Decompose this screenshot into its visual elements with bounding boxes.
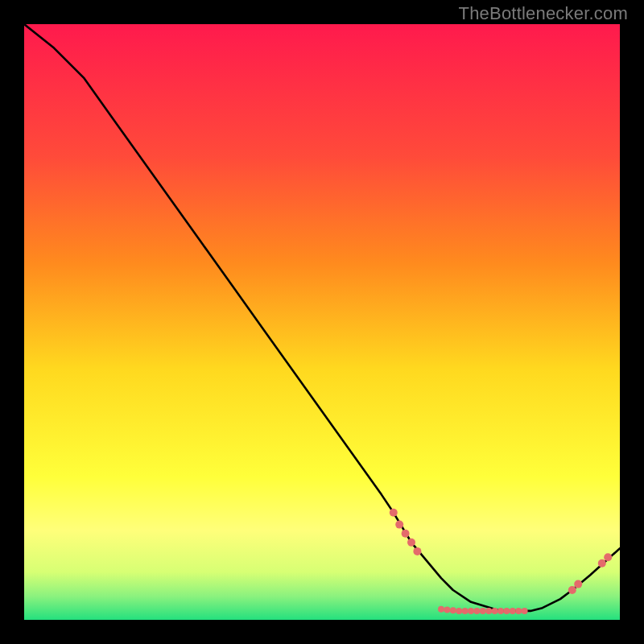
- svg-point-16: [497, 608, 504, 614]
- svg-point-10: [462, 608, 469, 614]
- svg-point-19: [515, 608, 522, 614]
- svg-rect-0: [24, 24, 620, 620]
- svg-point-8: [450, 607, 456, 613]
- svg-point-5: [413, 547, 421, 555]
- svg-point-24: [604, 553, 612, 561]
- svg-point-12: [473, 608, 480, 614]
- svg-point-9: [456, 608, 462, 614]
- svg-point-6: [438, 606, 444, 613]
- chart-frame: TheBottlenecker.com: [0, 0, 644, 644]
- svg-point-7: [444, 606, 450, 613]
- svg-point-13: [480, 608, 486, 614]
- svg-point-1: [390, 509, 398, 517]
- svg-point-14: [485, 608, 492, 614]
- svg-point-3: [402, 530, 410, 538]
- plot-area: [24, 24, 620, 620]
- chart-svg: [24, 24, 620, 620]
- watermark-text: TheBottlenecker.com: [459, 3, 628, 24]
- svg-point-20: [522, 608, 528, 614]
- svg-point-11: [468, 608, 474, 614]
- svg-point-22: [574, 580, 582, 588]
- svg-point-21: [568, 586, 576, 594]
- svg-point-4: [407, 539, 415, 547]
- svg-point-2: [395, 521, 403, 529]
- svg-point-15: [492, 608, 498, 614]
- svg-point-18: [510, 608, 516, 614]
- svg-point-17: [503, 608, 510, 614]
- svg-point-23: [598, 559, 606, 568]
